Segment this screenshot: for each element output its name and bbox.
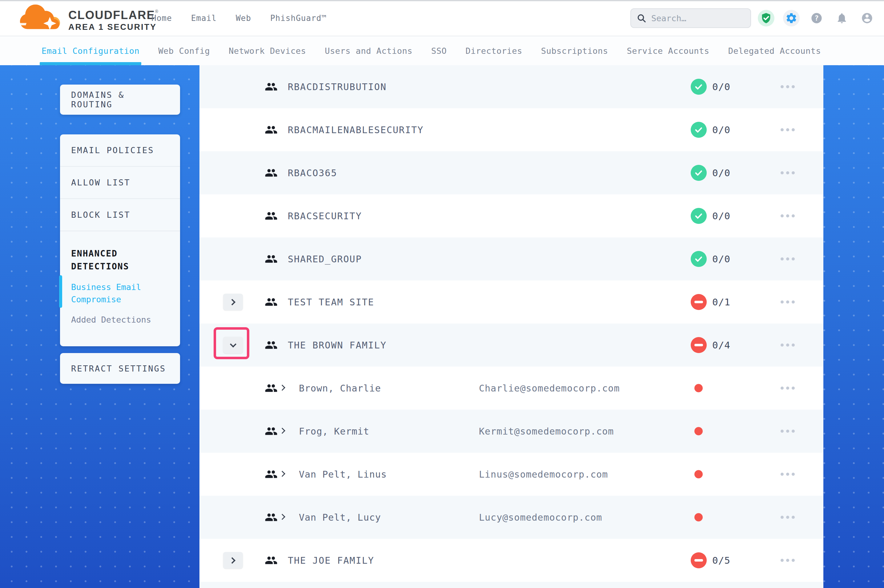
- sidebar-card-domains-routing[interactable]: DOMAINS & ROUTING: [60, 85, 180, 115]
- table-row: Frog, Kermit Kermit@somedemocorp.com: [200, 410, 823, 453]
- app-header: CLOUDFLARE® AREA 1 SECURITY HomeEmailWeb…: [0, 0, 884, 36]
- row-count: 0/1: [712, 297, 731, 308]
- tab-web-config[interactable]: Web Config: [158, 36, 210, 65]
- table-row: Van Pelt, Lucy Lucy@somedemocorp.com: [200, 496, 823, 539]
- row-menu-button[interactable]: [779, 384, 796, 393]
- row-name: Brown, Charlie: [299, 383, 381, 394]
- tab-email-configuration[interactable]: Email Configuration: [42, 36, 140, 65]
- minus-icon: [695, 301, 703, 303]
- row-name: RBACO365: [288, 168, 337, 178]
- row-count: 0/5: [712, 555, 731, 566]
- tab-users-and-actions[interactable]: Users and Actions: [325, 36, 412, 65]
- sidebar-item-block-list[interactable]: BLOCK LIST: [60, 198, 180, 231]
- chevron-icon: [229, 298, 236, 305]
- search-input[interactable]: [651, 14, 745, 23]
- enhanced-detections-section: ENHANCED DETECTIONS Business Email Compr…: [60, 231, 180, 346]
- group-people-icon: [264, 296, 278, 309]
- row-name: Frog, Kermit: [299, 426, 369, 437]
- table-row: RBACSECURITY 0/0: [200, 194, 823, 237]
- row-email: Linus@somedemocorp.com: [479, 469, 608, 480]
- row-menu-button[interactable]: [779, 297, 796, 307]
- shield-check-icon[interactable]: [758, 10, 774, 27]
- status-dot: [695, 427, 703, 435]
- chevron-right-icon: [279, 471, 285, 477]
- group-people-icon: [264, 166, 278, 179]
- brand-name: CLOUDFLARE: [68, 9, 155, 21]
- tab-network-devices[interactable]: Network Devices: [229, 36, 306, 65]
- row-name: RBACSECURITY: [288, 211, 362, 221]
- row-menu-button[interactable]: [779, 168, 796, 177]
- row-menu-button[interactable]: [779, 211, 796, 220]
- nav-link-phishguard[interactable]: PhishGuard™: [270, 14, 326, 23]
- table-row: THE BROWN FAMILY 0/4: [200, 324, 823, 367]
- table-row: TEST TEAM SITE 0/1: [200, 280, 823, 324]
- sidebar-item-email-policies[interactable]: EMAIL POLICIES: [60, 134, 180, 166]
- row-menu-button[interactable]: [779, 470, 796, 479]
- group-people-icon: [264, 511, 278, 524]
- group-people-icon: [264, 80, 278, 93]
- account-icon[interactable]: [859, 10, 875, 27]
- table-row: RBACDISTRUBUTION 0/0: [200, 65, 823, 108]
- row-name: SHARED_GROUP: [288, 254, 362, 264]
- tab-directories[interactable]: Directories: [465, 36, 522, 65]
- minus-icon: [695, 559, 703, 561]
- row-name: Van Pelt, Lucy: [299, 512, 381, 523]
- tab-subscriptions[interactable]: Subscriptions: [541, 36, 608, 65]
- tab-sso[interactable]: SSO: [431, 36, 447, 65]
- row-menu-button[interactable]: [779, 82, 796, 92]
- row-menu-button[interactable]: [779, 556, 796, 565]
- chevron-right-icon: [279, 428, 285, 434]
- sidebar-card-retract-settings[interactable]: RETRACT SETTINGS: [60, 353, 180, 384]
- nav-link-home[interactable]: Home: [152, 14, 172, 23]
- cloudflare-logo[interactable]: CLOUDFLARE® AREA 1 SECURITY: [17, 3, 159, 34]
- window-top-edge: [0, 0, 884, 1]
- status-ok-badge: [691, 79, 707, 95]
- header-action-icons: ?: [758, 0, 875, 36]
- status-dot: [695, 470, 703, 478]
- group-people-icon: [264, 468, 278, 481]
- group-people-icon: [264, 382, 278, 394]
- status-ok-badge: [691, 122, 707, 138]
- table-row: SHARED_GROUP 0/0: [200, 237, 823, 280]
- tab-service-accounts[interactable]: Service Accounts: [627, 36, 710, 65]
- policy-items: EMAIL POLICIESALLOW LISTBLOCK LIST: [60, 134, 180, 231]
- tab-delegated-accounts[interactable]: Delegated Accounts: [728, 36, 821, 65]
- nav-link-email[interactable]: Email: [191, 14, 217, 23]
- help-icon[interactable]: ?: [808, 10, 825, 27]
- nav-link-web[interactable]: Web: [236, 14, 251, 23]
- row-count: 0/0: [712, 81, 731, 92]
- row-menu-button[interactable]: [779, 254, 796, 264]
- brand-text: CLOUDFLARE® AREA 1 SECURITY: [68, 4, 159, 32]
- row-name: THE BROWN FAMILY: [288, 340, 386, 351]
- content-panel: RBACDISTRUBUTION 0/0 RBACMAILENABLESECUR…: [200, 65, 823, 588]
- detection-links: Business Email CompromiseAdded Detection…: [71, 281, 169, 326]
- row-email: Kermit@somedemocorp.com: [479, 426, 614, 437]
- minus-icon: [695, 344, 703, 346]
- row-count: 0/0: [712, 167, 731, 178]
- row-name: Van Pelt, Linus: [299, 469, 387, 480]
- sidebar-link-added-detections[interactable]: Added Detections: [71, 314, 160, 326]
- bell-icon[interactable]: [833, 10, 850, 27]
- row-menu-button[interactable]: [779, 340, 796, 350]
- sidebar-item-allow-list[interactable]: ALLOW LIST: [60, 166, 180, 198]
- row-count: 0/0: [712, 210, 731, 221]
- gear-icon[interactable]: [783, 10, 800, 27]
- expand-toggle-button[interactable]: [223, 552, 243, 568]
- sidebar-link-business-email-compromise[interactable]: Business Email Compromise: [71, 281, 160, 306]
- status-ok-badge: [691, 251, 707, 267]
- search-box[interactable]: [630, 8, 751, 28]
- annotation-highlight: [213, 327, 249, 359]
- row-menu-button[interactable]: [779, 125, 796, 134]
- active-link-indicator: [59, 275, 62, 308]
- row-menu-button[interactable]: [779, 426, 796, 436]
- retract-settings-label: RETRACT SETTINGS: [71, 364, 166, 374]
- table-row: Van Pelt, Linus Linus@somedemocorp.com: [200, 453, 823, 496]
- status-dot: [695, 384, 703, 392]
- row-menu-button[interactable]: [779, 513, 796, 522]
- cloudflare-cloud-icon: [17, 3, 66, 34]
- sidebar-card-email-policies: EMAIL POLICIESALLOW LISTBLOCK LIST ENHAN…: [60, 134, 180, 346]
- search-icon: [636, 13, 646, 23]
- expand-toggle-button[interactable]: [223, 294, 243, 310]
- status-blocked-badge: [691, 337, 707, 353]
- group-people-icon: [264, 123, 278, 136]
